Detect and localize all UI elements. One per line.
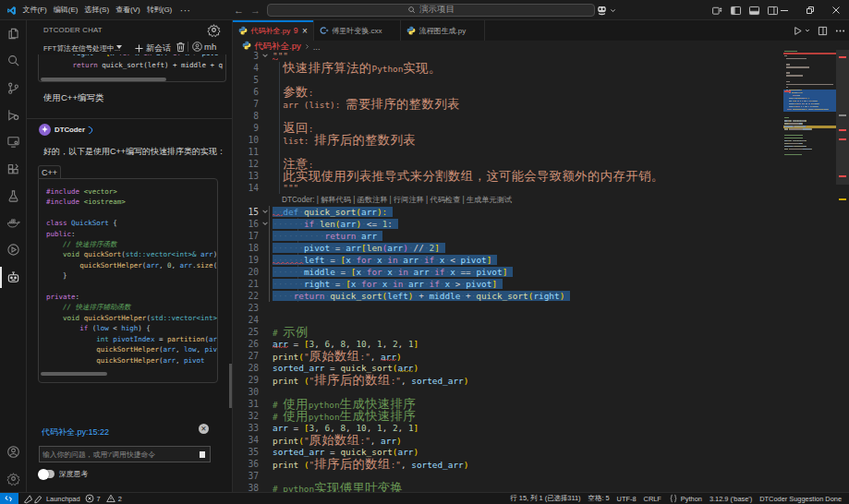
- restore-button[interactable]: [797, 0, 823, 20]
- fold-icon[interactable]: [261, 206, 269, 220]
- code-line-17[interactable]: 17··········return·arr: [233, 230, 849, 242]
- close-button[interactable]: [823, 0, 849, 20]
- code-line-24[interactable]: 24: [233, 314, 849, 326]
- activity-explorer-icon[interactable]: [0, 20, 27, 47]
- fold-icon[interactable]: [261, 218, 269, 232]
- activity-remote-explorer-icon[interactable]: [0, 128, 27, 155]
- code-line-14[interactable]: 14 """: [233, 182, 849, 194]
- codelens-dtcoder[interactable]: DTCoder: | 解释代码 | 函数注释 | 行间注释 | 代码检查 | 生…: [282, 194, 512, 206]
- code-line-27[interactable]: 27print("原始数组:", arr): [233, 350, 849, 362]
- python-interpreter[interactable]: 3.12.9 ('base'): [710, 495, 752, 503]
- eol[interactable]: CRLF: [644, 495, 661, 503]
- problems-button[interactable]: 7 2: [85, 494, 122, 503]
- activity-run-circle-icon[interactable]: [0, 236, 27, 263]
- code-line-19[interactable]: 19······left·=·[x·for·x·in·arr·if·x·<·pi…: [233, 254, 849, 266]
- code-line-32[interactable]: 32# 使用python生成快速排序: [233, 410, 849, 422]
- tab-代码补全.py[interactable]: 代码补全.py9×: [233, 20, 314, 41]
- code-line-21[interactable]: 21······right·=·[x·for·x·in·arr·if·x·>·p…: [233, 278, 849, 290]
- code-line-15[interactable]: 15··def·quick_sort(arr):: [233, 206, 849, 218]
- code-block-hscrollbar[interactable]: [41, 372, 107, 376]
- code-language-tab[interactable]: C++: [38, 165, 61, 178]
- minimize-button[interactable]: [771, 0, 797, 20]
- split-editor-icon[interactable]: [818, 26, 828, 36]
- activity-dtcoder-icon[interactable]: [0, 264, 27, 291]
- code-line-33[interactable]: 33arr = [3, 6, 8, 10, 1, 2, 1]: [233, 422, 849, 434]
- code-line-23[interactable]: 23: [233, 302, 849, 314]
- code-line-35[interactable]: 35sorted_arr = quick_sort(arr): [233, 446, 849, 458]
- activity-settings-gear-icon[interactable]: [0, 465, 27, 492]
- code-line-31[interactable]: 31# 使用python生成快速排序: [233, 398, 849, 410]
- tab-傅里叶变换.cxx[interactable]: 傅里叶变换.cxx: [314, 20, 401, 41]
- dtcoder-status[interactable]: DTCoder Suggestion Done: [759, 495, 842, 503]
- code-block-hscrollbar[interactable]: [41, 78, 166, 81]
- code-line-38[interactable]: 38# python实现傅里叶变换: [233, 482, 849, 493]
- code-line-3[interactable]: 3""": [233, 50, 849, 62]
- code-line-22[interactable]: 22····return·quick_sort(left)·+·middle·+…: [233, 290, 849, 302]
- command-center-search[interactable]: 演示项目: [267, 4, 595, 17]
- code-line-11[interactable]: 11: [233, 146, 849, 158]
- context-close-icon[interactable]: ✕: [199, 424, 209, 434]
- context-file-link[interactable]: 代码补全.py:15:22: [42, 426, 109, 438]
- code-line-13[interactable]: 13 此实现使用列表推导式来分割数组，这可能会导致额外的内存开销。: [233, 170, 849, 182]
- code-line-18[interactable]: 18······pivot·=·arr[len(arr)·//·2]: [233, 242, 849, 254]
- chat-input[interactable]: 输入你的问题，或用'/'调用快捷命令: [39, 446, 211, 462]
- toggle-sidebar-icon[interactable]: [730, 5, 742, 17]
- fold-icon[interactable]: [261, 50, 269, 63]
- code-line-26[interactable]: 26arr = [3, 6, 8, 10, 1, 2, 1]: [233, 338, 849, 350]
- menu-查看(V)[interactable]: 查看(V): [113, 0, 144, 20]
- run-python-file-button[interactable]: [793, 26, 810, 36]
- tab-流程图生成.py[interactable]: 流程图生成.py: [401, 20, 485, 41]
- activity-source-control-icon[interactable]: [0, 75, 27, 102]
- menu-文件(F)[interactable]: 文件(F): [19, 0, 50, 20]
- activity-test-flask-icon[interactable]: [0, 183, 27, 210]
- menu-编辑(E)[interactable]: 编辑(E): [50, 0, 81, 20]
- code-line-29[interactable]: 29print ("排序后的数组:", sorted_arr): [233, 374, 849, 386]
- forward-arrow-icon[interactable]: →: [250, 5, 261, 16]
- menu-选择(S)[interactable]: 选择(S): [81, 0, 113, 20]
- code-line-6[interactable]: 6 参数:: [233, 86, 849, 98]
- code-line-7[interactable]: 7 arr (list): 需要排序的整数列表: [233, 98, 849, 110]
- code-line-30[interactable]: 30: [233, 386, 849, 398]
- activity-extensions-icon[interactable]: [0, 156, 27, 183]
- more-actions-icon[interactable]: [835, 26, 845, 36]
- code-line-28[interactable]: 28sorted_arr = quick_sort(arr): [233, 362, 849, 374]
- activity-search-icon[interactable]: [0, 47, 27, 74]
- toggle-panel-icon[interactable]: [748, 5, 760, 17]
- code-line-37[interactable]: 37: [233, 470, 849, 482]
- indentation[interactable]: 空格: 5: [588, 494, 610, 503]
- cursor-position[interactable]: 行 15, 列 1 (已选择311): [510, 494, 580, 503]
- code-line-12[interactable]: 12 注意:: [233, 158, 849, 170]
- stop-generation-button[interactable]: [200, 451, 206, 458]
- code-line-20[interactable]: 20······middle·=·[x·for·x·in·arr·if·x·==…: [233, 266, 849, 278]
- language-mode[interactable]: Python: [669, 494, 702, 503]
- new-session-button[interactable]: 新会话: [135, 42, 171, 54]
- back-arrow-icon[interactable]: ←: [234, 5, 244, 16]
- session-dropdown-icon[interactable]: [116, 45, 122, 49]
- code-editor[interactable]: 3"""4 快速排序算法的Python实现。56 参数:7 arr (list)…: [233, 50, 849, 492]
- menu-转到(G)[interactable]: 转到(G): [143, 0, 176, 20]
- copilot-button[interactable]: [596, 3, 616, 18]
- launchpad-button[interactable]: Launchpad: [23, 494, 80, 504]
- activity-account-icon[interactable]: [0, 438, 27, 465]
- code-line-5[interactable]: 5: [233, 74, 849, 86]
- tab-label: 傅里叶变换.cxx: [332, 26, 382, 36]
- user-account[interactable]: mh: [192, 42, 216, 52]
- code-line-10[interactable]: 10 list: 排序后的整数列表: [233, 134, 849, 146]
- code-line-34[interactable]: 34print("原始数组:", arr): [233, 434, 849, 446]
- code-line-36[interactable]: 36print ("排序后的数组:", sorted_arr): [233, 458, 849, 470]
- remote-indicator[interactable]: [0, 493, 18, 504]
- menu-more[interactable]: ···: [176, 6, 196, 16]
- session-title[interactable]: FFT算法在信号处理中...: [43, 43, 120, 54]
- activity-run-debug-icon[interactable]: [0, 102, 27, 128]
- customize-layout-icon[interactable]: [711, 5, 723, 17]
- code-line-25[interactable]: 25# 示例: [233, 326, 849, 338]
- active-fold-guide: [269, 206, 270, 302]
- activity-docker-icon[interactable]: [0, 210, 27, 236]
- code-line-9[interactable]: 9 返回:: [233, 122, 849, 134]
- code-line-8[interactable]: 8: [233, 110, 849, 122]
- code-line-16[interactable]: 16······if·len(arr)·<=·1:: [233, 218, 849, 230]
- deep-think-toggle[interactable]: [39, 470, 55, 478]
- encoding[interactable]: UTF-8: [617, 495, 637, 503]
- code-line-4[interactable]: 4 快速排序算法的Python实现。: [233, 62, 849, 74]
- tab-close-icon[interactable]: ×: [302, 26, 308, 36]
